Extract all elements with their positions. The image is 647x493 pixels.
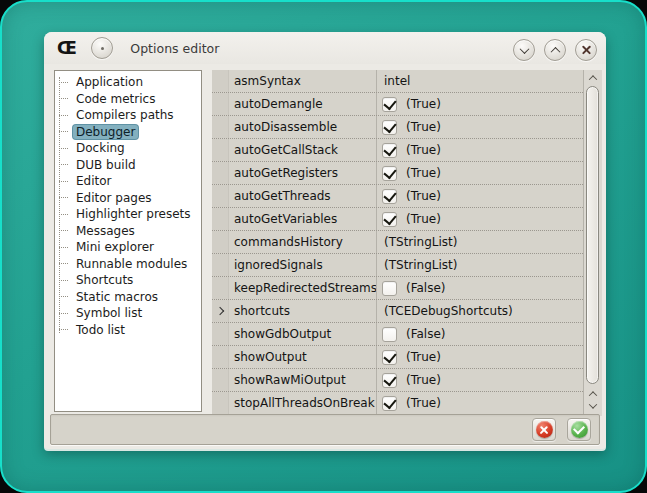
checkbox-icon[interactable] (382, 396, 397, 411)
property-name: autoGetVariables (229, 208, 377, 230)
property-name: stopAllThreadsOnBreak (229, 392, 377, 414)
status-bar (50, 414, 600, 445)
property-row[interactable]: shortcuts (TCEDebugShortcuts) (212, 300, 583, 323)
sidebar-item-debugger[interactable]: Debugger (55, 124, 201, 141)
property-value[interactable]: (True) (377, 139, 583, 161)
property-name: autoGetThreads (229, 185, 377, 207)
checkbox-icon[interactable] (382, 350, 397, 365)
property-value[interactable]: (True) (377, 116, 583, 138)
close-button[interactable] (575, 39, 597, 61)
property-name: autoDisassemble (229, 116, 377, 138)
options-editor-dialog: Œ Options editor Application Code metric… (44, 32, 606, 449)
chevron-up-icon (589, 391, 597, 399)
property-rows: asmSyntax intel autoDemangle (True) auto… (212, 70, 583, 416)
sidebar-item-shortcuts[interactable]: Shortcuts (55, 272, 201, 289)
property-value[interactable]: (TCEDebugShortcuts) (377, 300, 583, 322)
sidebar-item-mini-explorer[interactable]: Mini explorer (55, 239, 201, 256)
property-row[interactable]: autoDisassemble (True) (212, 116, 583, 139)
scroll-up-button[interactable] (584, 72, 602, 84)
sidebar-item-compilers-paths[interactable]: Compilers paths (55, 107, 201, 124)
scroll-up-button[interactable] (584, 388, 602, 400)
checkbox-icon[interactable] (382, 143, 397, 158)
property-value[interactable]: intel (377, 70, 583, 92)
titlebar[interactable]: Œ Options editor (44, 32, 606, 64)
property-row[interactable]: ignoredSignals (TStringList) (212, 254, 583, 277)
property-row[interactable]: showGdbOutput (False) (212, 323, 583, 346)
sidebar-item-highlighter-presets[interactable]: Highlighter presets (55, 206, 201, 223)
property-row[interactable]: showOutput (True) (212, 346, 583, 369)
window-frame: Œ Options editor Application Code metric… (0, 0, 647, 493)
property-row[interactable]: autoGetCallStack (True) (212, 139, 583, 162)
checkbox-icon[interactable] (382, 212, 397, 227)
sidebar-item-runnable-modules[interactable]: Runnable modules (55, 256, 201, 273)
app-logo-icon: Œ (57, 40, 75, 57)
property-row[interactable]: autoGetThreads (True) (212, 185, 583, 208)
expand-arrow-icon[interactable] (216, 307, 224, 315)
checkbox-icon[interactable] (382, 166, 397, 181)
chevron-up-icon (550, 46, 560, 56)
property-name: ignoredSignals (229, 254, 377, 276)
property-name: showGdbOutput (229, 323, 377, 345)
chevron-down-icon (519, 44, 529, 54)
sidebar-item-messages[interactable]: Messages (55, 223, 201, 240)
property-name: autoGetRegisters (229, 162, 377, 184)
scrollbar[interactable] (583, 70, 602, 416)
scrollbar-thumb[interactable] (586, 86, 599, 384)
category-tree: Application Code metrics Compilers paths… (54, 70, 202, 412)
property-row[interactable]: autoDemangle (True) (212, 93, 583, 116)
property-value[interactable]: (TStringList) (377, 231, 583, 253)
accept-icon (571, 421, 588, 438)
checkbox-icon[interactable] (382, 189, 397, 204)
scroll-down-button[interactable] (584, 400, 602, 412)
sidebar-item-application[interactable]: Application (55, 74, 201, 91)
checkbox-icon[interactable] (382, 373, 397, 388)
property-name: showRawMiOutput (229, 369, 377, 391)
property-value[interactable]: (False) (377, 277, 583, 299)
property-value[interactable]: (True) (377, 162, 583, 184)
chevron-up-icon (589, 75, 597, 83)
sidebar-item-symbol-list[interactable]: Symbol list (55, 305, 201, 322)
property-row[interactable]: asmSyntax intel (212, 70, 583, 93)
sidebar-item-dub-build[interactable]: DUB build (55, 157, 201, 174)
property-value[interactable]: (TStringList) (377, 254, 583, 276)
property-name: showOutput (229, 346, 377, 368)
property-row[interactable]: autoGetRegisters (True) (212, 162, 583, 185)
window-title: Options editor (130, 41, 219, 56)
property-row[interactable]: showRawMiOutput (True) (212, 369, 583, 392)
property-grid: asmSyntax intel autoDemangle (True) auto… (212, 70, 602, 416)
sidebar-item-todo-list[interactable]: Todo list (55, 322, 201, 339)
checkbox-icon[interactable] (382, 327, 397, 342)
sidebar-item-static-macros[interactable]: Static macros (55, 289, 201, 306)
sidebar-item-editor-pages[interactable]: Editor pages (55, 190, 201, 207)
sidebar-item-code-metrics[interactable]: Code metrics (55, 91, 201, 108)
property-value[interactable]: (True) (377, 93, 583, 115)
property-value[interactable]: (True) (377, 369, 583, 391)
close-icon (581, 45, 592, 56)
property-row[interactable]: autoGetVariables (True) (212, 208, 583, 231)
property-row[interactable]: commandsHistory (TStringList) (212, 231, 583, 254)
chevron-down-icon (589, 400, 597, 408)
cancel-button[interactable] (532, 418, 556, 441)
checkbox-icon[interactable] (382, 281, 397, 296)
property-value[interactable]: (False) (377, 323, 583, 345)
property-row[interactable]: stopAllThreadsOnBreak (True) (212, 392, 583, 415)
window-menu-button[interactable] (91, 37, 113, 59)
shade-button[interactable] (513, 39, 535, 61)
checkbox-icon[interactable] (382, 97, 397, 112)
property-value[interactable]: (True) (377, 208, 583, 230)
property-name: autoDemangle (229, 93, 377, 115)
sidebar-item-editor[interactable]: Editor (55, 173, 201, 190)
property-value[interactable]: (True) (377, 392, 583, 414)
sidebar-item-docking[interactable]: Docking (55, 140, 201, 157)
property-name: asmSyntax (229, 70, 377, 92)
property-value[interactable]: (True) (377, 185, 583, 207)
property-row[interactable]: keepRedirectedStreams (False) (212, 277, 583, 300)
property-name: keepRedirectedStreams (229, 277, 377, 299)
property-name: shortcuts (229, 300, 377, 322)
property-value[interactable]: (True) (377, 346, 583, 368)
accept-button[interactable] (567, 418, 591, 441)
cancel-icon (536, 421, 553, 438)
checkbox-icon[interactable] (382, 120, 397, 135)
property-name: commandsHistory (229, 231, 377, 253)
maximize-button[interactable] (544, 39, 566, 61)
